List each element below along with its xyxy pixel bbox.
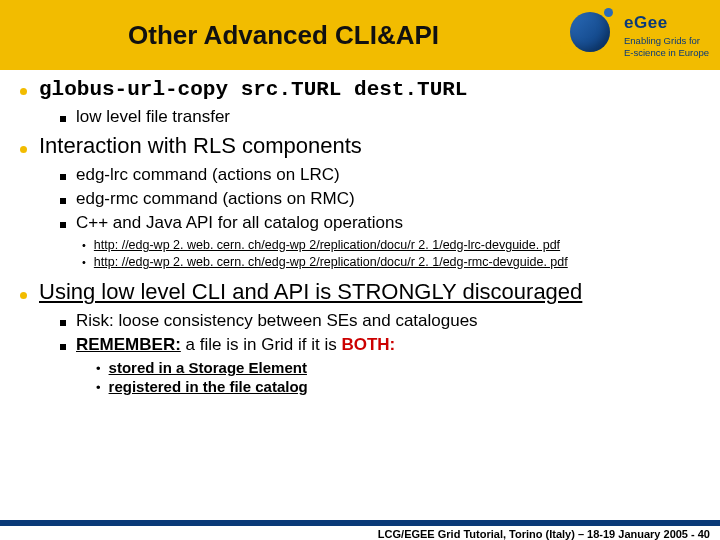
bullet-dot-icon [20, 146, 27, 153]
bullet-square-icon [60, 222, 66, 228]
bullet-1-1: low level file transfer [76, 107, 230, 127]
bullet-mini-dot-icon: • [82, 257, 86, 268]
bullet-dot-icon [20, 88, 27, 95]
bullet-square-icon [60, 344, 66, 350]
bullet-2-2: edg-rmc command (actions on RMC) [76, 189, 355, 209]
logo-tagline-1: Enabling Grids for [624, 35, 709, 47]
link-lrc-devguide[interactable]: http: //edg-wp 2. web. cern. ch/edg-wp 2… [94, 238, 560, 252]
bullet-mini-dot-icon: • [96, 381, 101, 394]
bullet-square-icon [60, 174, 66, 180]
bullet-mini-dot-icon: • [82, 240, 86, 251]
logo-tagline-2: E-science in Europe [624, 47, 709, 59]
bullet-3-2: REMEMBER: a file is in Grid if it is BOT… [76, 335, 395, 355]
bullet-square-icon [60, 320, 66, 326]
logo-brand: eGee [624, 12, 709, 33]
bullet-dot-icon [20, 292, 27, 299]
bullet-2-3: C++ and Java API for all catalog operati… [76, 213, 403, 233]
bullet-3: Using low level CLI and API is STRONGLY … [39, 279, 582, 305]
footer-bar [0, 520, 720, 526]
bullet-3-2-2: registered in the file catalog [109, 378, 308, 395]
bullet-1: globus-url-copy src.TURL dest.TURL [39, 78, 467, 101]
link-rmc-devguide[interactable]: http: //edg-wp 2. web. cern. ch/edg-wp 2… [94, 255, 568, 269]
bullet-square-icon [60, 116, 66, 122]
egee-logo: eGee Enabling Grids for E-science in Eur… [560, 4, 712, 66]
bullet-2: Interaction with RLS components [39, 133, 362, 159]
bullet-3-1: Risk: loose consistency between SEs and … [76, 311, 478, 331]
egee-logo-text: eGee Enabling Grids for E-science in Eur… [624, 12, 709, 59]
footer-text: LCG/EGEE Grid Tutorial, Torino (Italy) –… [378, 528, 710, 540]
bullet-square-icon [60, 198, 66, 204]
egee-logo-graphic [560, 8, 618, 62]
bullet-mini-dot-icon: • [96, 362, 101, 375]
slide-body: globus-url-copy src.TURL dest.TURL low l… [20, 78, 700, 510]
bullet-2-1: edg-lrc command (actions on LRC) [76, 165, 340, 185]
slide-title: Other Advanced CLI&API [128, 20, 439, 51]
bullet-3-2-1: stored in a Storage Element [109, 359, 307, 376]
